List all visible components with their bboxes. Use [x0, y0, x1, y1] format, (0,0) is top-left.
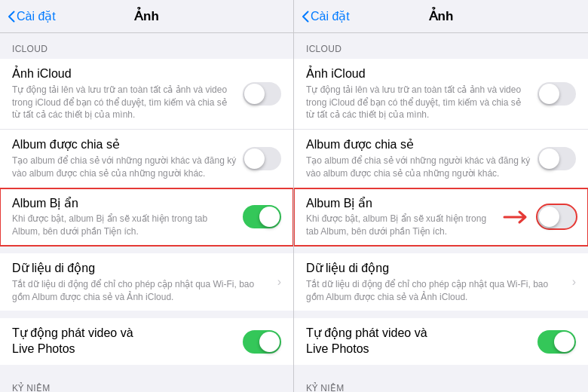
- row-right: ›: [277, 275, 281, 289]
- settings-row[interactable]: Album được chia sẻTạo album để chia sẻ v…: [294, 130, 588, 188]
- toggle-on[interactable]: [243, 205, 281, 228]
- settings-group-0: Ảnh iCloudTự động tải lên và lưu trữ an …: [294, 59, 588, 246]
- toggle-off[interactable]: [243, 147, 281, 170]
- panel-right: Cài đặt Ảnh ICLOUDẢnh iCloudTự động tải …: [294, 0, 588, 392]
- toggle-on[interactable]: [537, 330, 576, 354]
- row-title: Album Bị ẩn: [12, 196, 237, 212]
- toggle-on[interactable]: [243, 330, 281, 354]
- settings-row[interactable]: Dữ liệu di độngTắt dữ liệu di động để ch…: [294, 253, 588, 311]
- section-header-0: ICLOUD: [0, 33, 293, 59]
- row-content: Ảnh iCloudTự động tải lên và lưu trữ an …: [306, 59, 531, 129]
- settings-row[interactable]: Album được chia sẻTạo album để chia sẻ v…: [0, 130, 293, 188]
- settings-row[interactable]: Album Bị ẩnKhi được bật, album Bị ẩn sẽ …: [294, 188, 588, 246]
- row-desc: Khi được bật, album Bị ẩn sẽ xuất hiện t…: [306, 213, 497, 238]
- red-arrow-icon: [503, 210, 533, 225]
- row-content: Dữ liệu di độngTắt dữ liệu di động để ch…: [306, 253, 566, 311]
- settings-row[interactable]: Dữ liệu di độngTắt dữ liệu di động để ch…: [0, 253, 293, 311]
- chevron-icon: ›: [277, 275, 281, 289]
- settings-group-2: Tự động phát video vàLive Photos: [294, 318, 588, 365]
- row-title: Album được chia sẻ: [12, 137, 237, 153]
- panel-left: Cài đặt Ảnh ICLOUDẢnh iCloudTự động tải …: [0, 0, 294, 392]
- settings-row[interactable]: Ảnh iCloudTự động tải lên và lưu trữ an …: [294, 59, 588, 130]
- row-desc: Tạo album để chia sẻ với những người khá…: [306, 155, 531, 180]
- row-content: Album Bị ẩnKhi được bật, album Bị ẩn sẽ …: [306, 188, 497, 246]
- row-right: [243, 82, 281, 106]
- section-header-3: KỶ NIỆM: [294, 372, 588, 392]
- row-content: Tự động phát video vàLive Photos: [12, 318, 237, 365]
- settings-row[interactable]: Tự động phát video vàLive Photos: [294, 318, 588, 365]
- row-title: Album Bị ẩn: [306, 196, 497, 212]
- row-content: Album Bị ẩnKhi được bật, album Bị ẩn sẽ …: [12, 188, 237, 246]
- settings-group-0: Ảnh iCloudTự động tải lên và lưu trữ an …: [0, 59, 293, 246]
- row-content: Album được chia sẻTạo album để chia sẻ v…: [12, 130, 237, 187]
- row-content: Dữ liệu di độngTắt dữ liệu di động để ch…: [12, 253, 271, 311]
- settings-row[interactable]: Album Bị ẩnKhi được bật, album Bị ẩn sẽ …: [0, 188, 293, 246]
- row-title: Ảnh iCloud: [12, 66, 237, 82]
- row-content: Album được chia sẻTạo album để chia sẻ v…: [306, 130, 531, 187]
- row-title: Dữ liệu di động: [306, 261, 566, 277]
- settings-row[interactable]: Ảnh iCloudTự động tải lên và lưu trữ an …: [0, 59, 293, 130]
- nav-back-label: Cài đặt: [17, 9, 56, 23]
- toggle-off[interactable]: [537, 147, 576, 170]
- row-title: Dữ liệu di động: [12, 261, 271, 277]
- row-content: Tự động phát video vàLive Photos: [306, 318, 531, 365]
- settings-group-1: Dữ liệu di độngTắt dữ liệu di động để ch…: [294, 253, 588, 311]
- row-right: [537, 330, 576, 354]
- nav-back-button[interactable]: Cài đặt: [8, 9, 56, 23]
- nav-bar: Cài đặt Ảnh: [294, 0, 588, 33]
- nav-bar: Cài đặt Ảnh: [0, 0, 293, 33]
- chevron-icon: ›: [572, 275, 576, 289]
- row-title: Tự động phát video vàLive Photos: [12, 326, 237, 357]
- row-right: [243, 205, 281, 228]
- row-right: [537, 147, 576, 170]
- section-header-0: ICLOUD: [294, 33, 588, 59]
- row-right: [243, 147, 281, 170]
- row-title: Tự động phát video vàLive Photos: [306, 326, 531, 357]
- row-title: Album được chia sẻ: [306, 137, 531, 153]
- settings-group-2: Tự động phát video vàLive Photos: [0, 318, 293, 365]
- row-right: [503, 205, 576, 228]
- settings-row[interactable]: Tự động phát video vàLive Photos: [0, 318, 293, 365]
- row-desc: Tạo album để chia sẻ với những người khá…: [12, 155, 237, 180]
- row-right: ›: [572, 275, 576, 289]
- row-desc: Tự động tải lên và lưu trữ an toàn tất c…: [12, 84, 237, 121]
- row-desc: Tắt dữ liệu di động để chỉ cho phép cập …: [12, 278, 271, 304]
- section-header-3: KỶ NIỆM: [0, 372, 293, 392]
- settings-group-1: Dữ liệu di độngTắt dữ liệu di động để ch…: [0, 253, 293, 311]
- row-right: [243, 330, 281, 354]
- nav-back-button[interactable]: Cài đặt: [302, 9, 350, 23]
- toggle-off[interactable]: [537, 82, 576, 106]
- row-desc: Tắt dữ liệu di động để chỉ cho phép cập …: [306, 278, 566, 304]
- row-right: [537, 82, 576, 106]
- row-content: Ảnh iCloudTự động tải lên và lưu trữ an …: [12, 59, 237, 129]
- nav-title: Ảnh: [429, 8, 454, 24]
- toggle-off[interactable]: [243, 82, 281, 106]
- row-desc: Tự động tải lên và lưu trữ an toàn tất c…: [306, 84, 531, 121]
- row-title: Ảnh iCloud: [306, 66, 531, 82]
- nav-title: Ảnh: [134, 8, 159, 24]
- row-desc: Khi được bật, album Bị ẩn sẽ xuất hiện t…: [12, 213, 237, 238]
- toggle-off-highlighted[interactable]: [537, 205, 576, 228]
- nav-back-label: Cài đặt: [311, 9, 350, 23]
